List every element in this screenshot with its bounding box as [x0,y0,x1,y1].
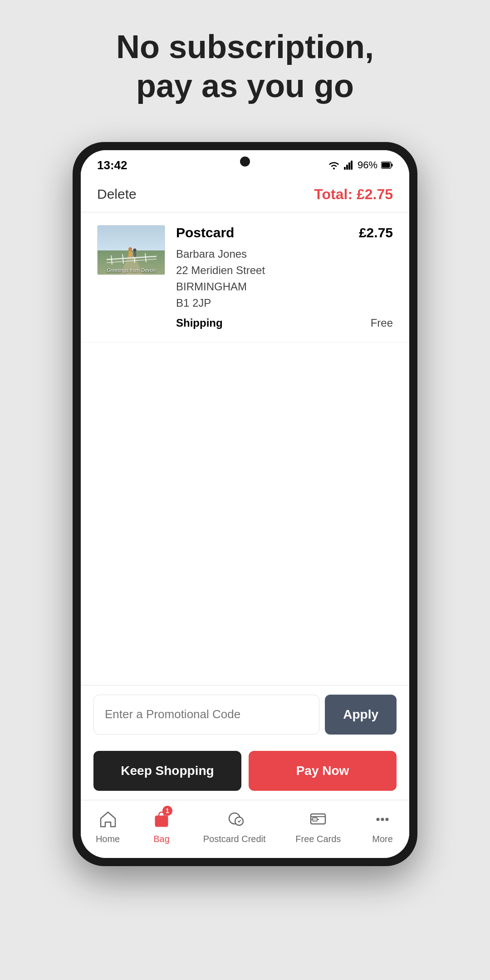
svg-rect-7 [382,163,390,168]
address-line1: 22 Meridien Street [176,262,393,279]
page-wrapper: No subscription, pay as you go 13:42 [0,0,490,980]
pay-now-button[interactable]: Pay Now [249,751,397,791]
bag-icon: 1 [150,808,173,831]
home-icon [96,808,120,831]
signal-icon [344,161,354,170]
sidebar-item-free-cards[interactable]: Free Cards [295,808,341,844]
free-cards-icon [306,808,330,831]
sidebar-item-home[interactable]: Home [96,808,120,844]
item-shipping: Shipping Free [176,317,393,329]
item-price: £2.75 [359,225,393,243]
phone-shell: 13:42 [73,142,417,866]
cart-content: Greetings from Devon Postcard £2.75 Barb… [81,212,409,514]
svg-point-0 [333,168,335,170]
bag-nav-label: Bag [153,834,170,844]
status-right: 96% [328,159,393,171]
apply-button[interactable]: Apply [325,695,397,735]
promo-section: Apply [81,685,409,744]
more-nav-label: More [372,834,393,844]
home-nav-label: Home [96,834,120,844]
item-image: Greetings from Devon [97,225,165,275]
svg-rect-2 [346,165,348,170]
promo-row: Apply [93,695,397,735]
svg-rect-6 [392,164,393,167]
svg-point-27 [377,818,380,821]
svg-point-28 [381,818,384,821]
shipping-value: Free [371,317,393,329]
item-details: Postcard £2.75 Barbara Jones 22 Meridien… [176,225,393,329]
more-icon [371,808,394,831]
svg-point-22 [235,817,243,825]
bottom-nav: Home 1 Bag [81,800,409,858]
camera-notch [240,157,250,167]
phone-screen: 13:42 [81,150,409,858]
postcard-credit-nav-label: Postcard Credit [203,834,266,844]
item-type: Postcard [176,225,234,240]
promo-input[interactable] [93,695,319,735]
svg-rect-1 [344,167,346,170]
shipping-label: Shipping [176,317,223,329]
svg-point-16 [128,250,132,257]
action-buttons: Keep Shopping Pay Now [81,744,409,800]
sidebar-item-postcard-credit[interactable]: Postcard Credit [203,808,266,844]
battery-icon [381,161,393,169]
status-time: 13:42 [97,158,127,172]
svg-rect-26 [313,818,317,821]
item-address: Barbara Jones 22 Meridien Street BIRMING… [176,246,393,311]
total-label: Total: £2.75 [314,186,393,203]
postcard-caption: Greetings from Devon [98,267,165,273]
headline: No subscription, pay as you go [80,27,410,106]
svg-point-29 [386,818,389,821]
postcard-credit-icon [223,808,246,831]
address-line2: BIRMINGHAM [176,279,393,295]
free-cards-nav-label: Free Cards [295,834,341,844]
svg-rect-20 [155,816,168,827]
delete-button[interactable]: Delete [97,186,137,202]
svg-rect-4 [351,161,353,170]
item-top-row: Postcard £2.75 [176,225,393,243]
sidebar-item-more[interactable]: More [371,808,394,844]
svg-point-17 [128,247,132,251]
app-header: Delete Total: £2.75 [81,177,409,212]
svg-point-19 [133,248,137,251]
address-name: Barbara Jones [176,246,393,262]
battery-text: 96% [358,159,377,171]
cart-item: Greetings from Devon Postcard £2.75 Barb… [81,212,409,343]
address-line3: B1 2JP [176,295,393,311]
svg-point-18 [133,251,137,257]
status-bar: 13:42 [81,150,409,177]
keep-shopping-button[interactable]: Keep Shopping [93,751,241,791]
svg-rect-3 [348,162,350,170]
wifi-icon [328,160,340,170]
cart-spacer [81,514,409,685]
bag-badge: 1 [162,806,172,816]
sidebar-item-bag[interactable]: 1 Bag [150,808,173,844]
